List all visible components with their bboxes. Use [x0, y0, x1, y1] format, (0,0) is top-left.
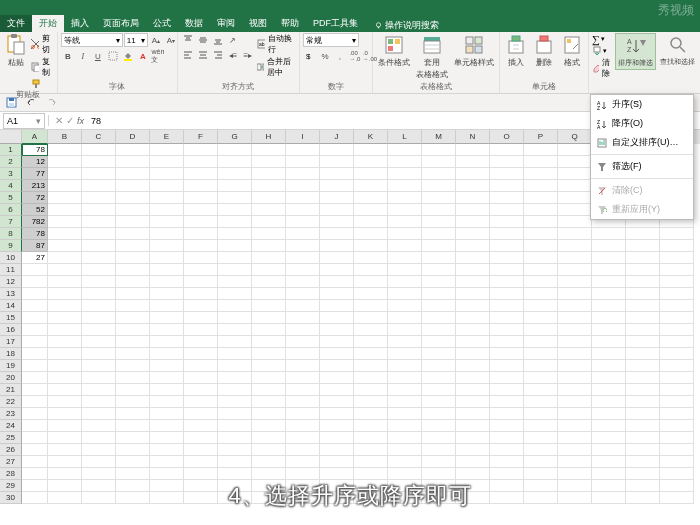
cell[interactable]: [456, 180, 490, 192]
percent-button[interactable]: %: [318, 49, 332, 63]
cell[interactable]: [252, 228, 286, 240]
cell[interactable]: [354, 300, 388, 312]
cell[interactable]: [558, 456, 592, 468]
cell[interactable]: [354, 288, 388, 300]
cell[interactable]: [626, 300, 660, 312]
cell[interactable]: [660, 456, 694, 468]
cell[interactable]: [626, 336, 660, 348]
cell[interactable]: [524, 480, 558, 492]
cell[interactable]: [660, 468, 694, 480]
custom-sort-item[interactable]: 自定义排序(U)…: [591, 133, 693, 152]
cell[interactable]: [354, 384, 388, 396]
column-header-A[interactable]: A: [22, 130, 48, 144]
cell[interactable]: [660, 408, 694, 420]
cell[interactable]: [184, 408, 218, 420]
cell[interactable]: [184, 444, 218, 456]
cell[interactable]: [354, 408, 388, 420]
row-header-1[interactable]: 1: [0, 144, 22, 156]
cell[interactable]: [456, 360, 490, 372]
cell[interactable]: [48, 204, 82, 216]
cell[interactable]: [456, 252, 490, 264]
cell[interactable]: [184, 480, 218, 492]
cell[interactable]: [286, 300, 320, 312]
sort-ascending-item[interactable]: AZ 升序(S): [591, 95, 693, 114]
cell[interactable]: [150, 324, 184, 336]
cell[interactable]: [354, 180, 388, 192]
cell[interactable]: [150, 192, 184, 204]
cell[interactable]: [116, 396, 150, 408]
cell[interactable]: [354, 324, 388, 336]
cell[interactable]: [388, 216, 422, 228]
cell[interactable]: [150, 420, 184, 432]
cell[interactable]: [320, 432, 354, 444]
cell[interactable]: [48, 348, 82, 360]
cell[interactable]: [82, 348, 116, 360]
cell[interactable]: [660, 264, 694, 276]
cell[interactable]: [82, 312, 116, 324]
cell[interactable]: [184, 144, 218, 156]
cell[interactable]: [48, 180, 82, 192]
cell[interactable]: [286, 408, 320, 420]
cell[interactable]: [490, 240, 524, 252]
cell[interactable]: [422, 156, 456, 168]
cell[interactable]: [82, 324, 116, 336]
cell[interactable]: [82, 192, 116, 204]
cell[interactable]: [82, 420, 116, 432]
cell[interactable]: [524, 420, 558, 432]
cell[interactable]: [150, 480, 184, 492]
cell[interactable]: [82, 372, 116, 384]
column-header-Q[interactable]: Q: [558, 130, 592, 144]
cell[interactable]: [524, 408, 558, 420]
cell[interactable]: [252, 492, 286, 504]
row-header-15[interactable]: 15: [0, 312, 22, 324]
cell[interactable]: [48, 144, 82, 156]
cell[interactable]: [82, 396, 116, 408]
cell[interactable]: [422, 456, 456, 468]
cancel-formula-icon[interactable]: ✕: [55, 115, 63, 126]
cell[interactable]: [456, 384, 490, 396]
cell[interactable]: [456, 324, 490, 336]
cell[interactable]: [422, 240, 456, 252]
format-cells-button[interactable]: 格式: [559, 33, 585, 69]
cell[interactable]: [252, 468, 286, 480]
cell[interactable]: [354, 216, 388, 228]
cell[interactable]: [286, 216, 320, 228]
cell[interactable]: [116, 240, 150, 252]
cell[interactable]: [22, 456, 48, 468]
cell[interactable]: [252, 144, 286, 156]
cell[interactable]: [320, 384, 354, 396]
cell[interactable]: [116, 456, 150, 468]
row-header-21[interactable]: 21: [0, 384, 22, 396]
cell[interactable]: [48, 432, 82, 444]
align-top-button[interactable]: [181, 33, 195, 47]
cell[interactable]: [524, 180, 558, 192]
cell[interactable]: [184, 360, 218, 372]
cell[interactable]: [558, 408, 592, 420]
cell[interactable]: [150, 168, 184, 180]
cell[interactable]: [286, 336, 320, 348]
cell[interactable]: [592, 372, 626, 384]
cell[interactable]: [82, 144, 116, 156]
comma-button[interactable]: ,: [333, 49, 347, 63]
cell[interactable]: [116, 156, 150, 168]
cell[interactable]: [320, 360, 354, 372]
cell[interactable]: [150, 468, 184, 480]
cell[interactable]: [422, 480, 456, 492]
cell[interactable]: [48, 372, 82, 384]
cell[interactable]: [660, 276, 694, 288]
column-header-F[interactable]: F: [184, 130, 218, 144]
cell[interactable]: [116, 168, 150, 180]
cell[interactable]: [626, 228, 660, 240]
font-size-combo[interactable]: 11▾: [124, 33, 148, 47]
cell[interactable]: [286, 372, 320, 384]
cell[interactable]: [558, 384, 592, 396]
cell[interactable]: 52: [22, 204, 48, 216]
cell[interactable]: [320, 336, 354, 348]
cell[interactable]: [184, 348, 218, 360]
cell[interactable]: [22, 300, 48, 312]
cell[interactable]: [558, 432, 592, 444]
cell[interactable]: [252, 300, 286, 312]
merge-center-button[interactable]: 合并后居中: [257, 56, 296, 78]
cell[interactable]: [626, 480, 660, 492]
tab-home[interactable]: 开始: [32, 15, 64, 32]
